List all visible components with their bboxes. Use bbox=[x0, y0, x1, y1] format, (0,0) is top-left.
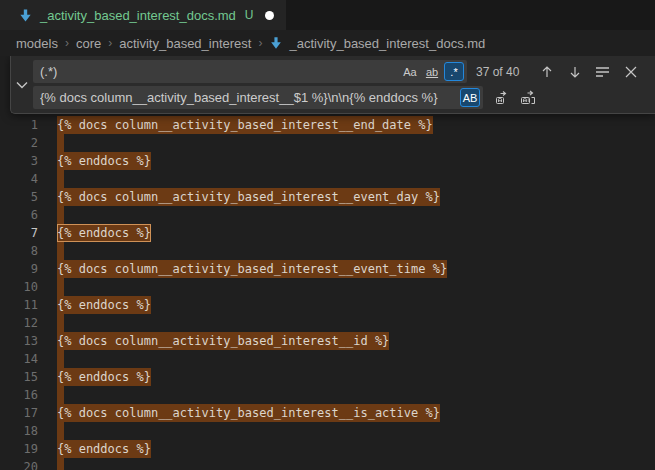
line-content: {% docs column__activity_based_interest_… bbox=[57, 332, 389, 350]
preserve-case-toggle[interactable]: AB bbox=[460, 88, 480, 107]
line-content: {% docs column__activity_based_interest_… bbox=[57, 116, 433, 134]
code-line[interactable]: 4 bbox=[0, 170, 655, 188]
breadcrumb-item-models[interactable]: models bbox=[16, 36, 58, 51]
match-case-toggle[interactable]: Aa bbox=[400, 62, 420, 81]
markdown-file-icon bbox=[18, 8, 33, 23]
line-content: {% enddocs %} bbox=[57, 368, 151, 386]
line-number: 4 bbox=[0, 170, 38, 188]
tab-bar: _activity_based_interest_docs.md U bbox=[0, 0, 655, 30]
breadcrumb-item-file[interactable]: _activity_based_interest_docs.md bbox=[269, 36, 485, 51]
line-number: 16 bbox=[0, 386, 38, 404]
line-number: 12 bbox=[0, 314, 38, 332]
replace-button[interactable] bbox=[491, 87, 512, 108]
breadcrumb-filename: _activity_based_interest_docs.md bbox=[289, 36, 485, 51]
breadcrumb-separator: › bbox=[108, 36, 112, 50]
find-match-highlight: {% docs column__activity_based_interest_… bbox=[57, 332, 389, 350]
code-line[interactable]: 13{% docs column__activity_based_interes… bbox=[0, 332, 655, 350]
line-content bbox=[57, 350, 64, 368]
code-line[interactable]: 8 bbox=[0, 242, 655, 260]
line-number: 10 bbox=[0, 278, 38, 296]
replace-row: {% docs column__activity_based_interest_… bbox=[33, 86, 647, 109]
line-content: {% enddocs %} bbox=[57, 152, 151, 170]
find-match-highlight bbox=[57, 242, 64, 260]
find-match-highlight bbox=[57, 314, 64, 332]
line-content: {% docs column__activity_based_interest_… bbox=[57, 260, 447, 278]
search-value: (.*) bbox=[40, 64, 398, 79]
breadcrumb: models › core › activity_based_interest … bbox=[0, 30, 655, 56]
line-number: 7 bbox=[0, 224, 38, 242]
code-line[interactable]: 1{% docs column__activity_based_interest… bbox=[0, 116, 655, 134]
code-line[interactable]: 10 bbox=[0, 278, 655, 296]
find-match-highlight: {% enddocs %} bbox=[57, 440, 151, 458]
code-lines: 1{% docs column__activity_based_interest… bbox=[0, 116, 655, 470]
breadcrumb-item-core[interactable]: core bbox=[76, 36, 101, 51]
find-widget-rows: (.*) Aa ab .* 37 of 40 bbox=[33, 56, 655, 113]
line-number: 15 bbox=[0, 368, 38, 386]
code-line[interactable]: 15{% enddocs %} bbox=[0, 368, 655, 386]
close-find-button[interactable] bbox=[620, 61, 641, 82]
breadcrumb-separator: › bbox=[258, 36, 262, 50]
next-match-button[interactable] bbox=[564, 61, 585, 82]
line-content: {% enddocs %} bbox=[57, 224, 151, 242]
line-number: 18 bbox=[0, 422, 38, 440]
code-line[interactable]: 14 bbox=[0, 350, 655, 368]
find-match-highlight: {% enddocs %} bbox=[57, 296, 151, 314]
line-content: {% enddocs %} bbox=[57, 440, 151, 458]
line-number: 20 bbox=[0, 458, 38, 470]
line-number: 2 bbox=[0, 134, 38, 152]
replace-actions bbox=[491, 87, 539, 108]
match-count: 37 of 40 bbox=[476, 65, 519, 79]
editor-pane: (.*) Aa ab .* 37 of 40 bbox=[0, 56, 655, 470]
find-match-highlight: {% docs column__activity_based_interest_… bbox=[57, 404, 440, 422]
regex-toggle[interactable]: .* bbox=[444, 62, 464, 81]
selection-lines-icon bbox=[595, 66, 610, 78]
replace-value: {% docs column__activity_based_interest_… bbox=[40, 90, 458, 105]
editor-tab[interactable]: _activity_based_interest_docs.md U bbox=[0, 0, 286, 30]
line-number: 13 bbox=[0, 332, 38, 350]
line-number: 17 bbox=[0, 404, 38, 422]
code-line[interactable]: 17{% docs column__activity_based_interes… bbox=[0, 404, 655, 422]
unsaved-changes-dot[interactable] bbox=[265, 11, 274, 20]
toggle-replace-button[interactable] bbox=[11, 56, 33, 113]
code-line[interactable]: 18 bbox=[0, 422, 655, 440]
previous-match-button[interactable] bbox=[536, 61, 557, 82]
breadcrumb-item-activity-based-interest[interactable]: activity_based_interest bbox=[119, 36, 251, 51]
whole-word-toggle[interactable]: ab bbox=[422, 62, 442, 81]
find-match-highlight bbox=[57, 134, 64, 152]
arrow-down-icon bbox=[568, 65, 582, 79]
line-number: 5 bbox=[0, 188, 38, 206]
line-content bbox=[57, 134, 64, 152]
find-in-selection-button[interactable] bbox=[592, 61, 613, 82]
search-input[interactable]: (.*) Aa ab .* bbox=[33, 60, 467, 83]
replace-input[interactable]: {% docs column__activity_based_interest_… bbox=[33, 86, 483, 109]
line-content bbox=[57, 206, 64, 224]
code-line[interactable]: 11{% enddocs %} bbox=[0, 296, 655, 314]
chevron-down-icon bbox=[16, 81, 28, 89]
close-icon bbox=[625, 66, 637, 78]
find-match-highlight bbox=[57, 422, 64, 440]
code-line[interactable]: 5{% docs column__activity_based_interest… bbox=[0, 188, 655, 206]
code-line[interactable]: 2 bbox=[0, 134, 655, 152]
line-content: {% docs column__activity_based_interest_… bbox=[57, 188, 440, 206]
line-number: 1 bbox=[0, 116, 38, 134]
line-number: 14 bbox=[0, 350, 38, 368]
code-line[interactable]: 7{% enddocs %} bbox=[0, 224, 655, 242]
line-content bbox=[57, 170, 64, 188]
vscode-window: _activity_based_interest_docs.md U model… bbox=[0, 0, 655, 470]
code-line[interactable]: 6 bbox=[0, 206, 655, 224]
find-match-highlight bbox=[57, 458, 64, 470]
code-line[interactable]: 20 bbox=[0, 458, 655, 470]
code-line[interactable]: 19{% enddocs %} bbox=[0, 440, 655, 458]
find-match-highlight bbox=[57, 386, 64, 404]
code-line[interactable]: 3{% enddocs %} bbox=[0, 152, 655, 170]
replace-all-icon bbox=[520, 90, 537, 106]
line-content bbox=[57, 386, 64, 404]
find-match-highlight bbox=[57, 206, 64, 224]
line-content: {% docs column__activity_based_interest_… bbox=[57, 404, 440, 422]
code-line[interactable]: 16 bbox=[0, 386, 655, 404]
code-line[interactable]: 12 bbox=[0, 314, 655, 332]
code-line[interactable]: 9{% docs column__activity_based_interest… bbox=[0, 260, 655, 278]
replace-icon bbox=[494, 90, 510, 106]
replace-all-button[interactable] bbox=[518, 87, 539, 108]
find-match-highlight: {% docs column__activity_based_interest_… bbox=[57, 188, 440, 206]
